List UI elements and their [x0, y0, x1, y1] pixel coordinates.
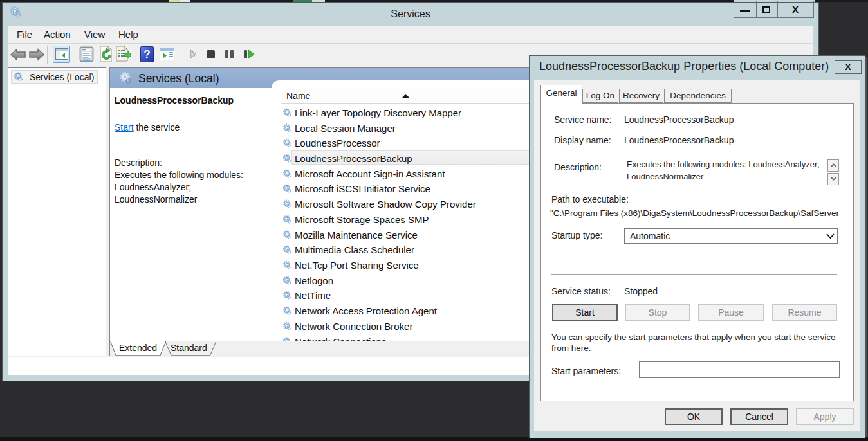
svg-text:Extended: Extended: [119, 343, 157, 353]
svg-text:Standard: Standard: [171, 343, 207, 353]
